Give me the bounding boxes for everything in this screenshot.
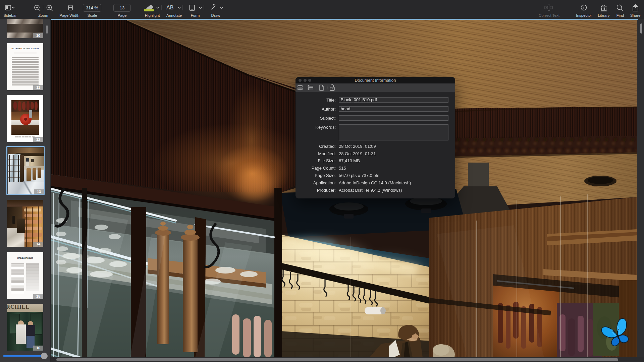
- svg-text:AB: AB: [166, 5, 173, 10]
